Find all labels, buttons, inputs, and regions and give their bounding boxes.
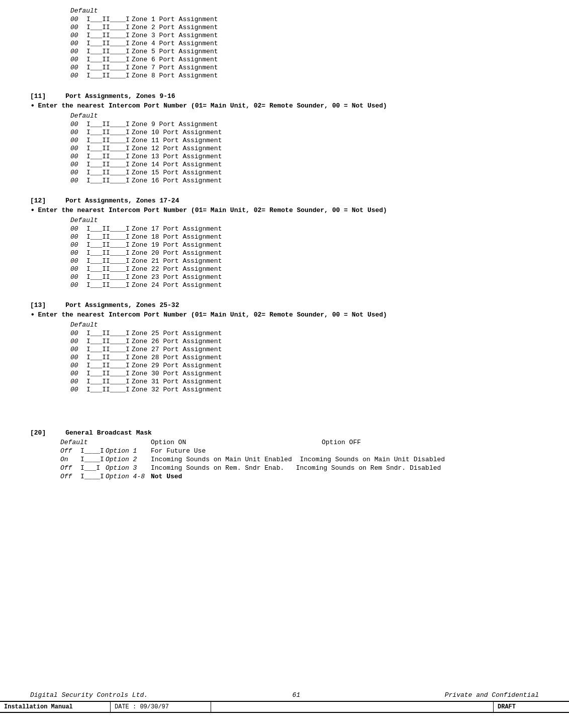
zone-field: I___II____I: [86, 265, 132, 273]
footer-bottom-bar: Installation Manual DATE : 09/30/97 DRAF…: [0, 701, 569, 713]
zone-row: 00 I___II____I Zone 32 Port Assignment: [70, 386, 539, 393]
section-13-bullet-text: Enter the nearest Intercom Port Number (…: [38, 311, 387, 319]
general-row-2: On I____I Option 2 Incoming Sounds on Ma…: [60, 456, 539, 463]
zone-field: I___II____I: [86, 177, 132, 184]
footer-company: Digital Security Controls Ltd.: [30, 691, 148, 699]
zone-row: 00 I___II____I Zone 19 Port Assignment: [70, 241, 539, 249]
zone-label: Zone 11 Port Assignment: [132, 137, 222, 144]
section-12-bullet-line: • Enter the nearest Intercom Port Number…: [30, 206, 539, 215]
zone-label: Zone 5 Port Assignment: [132, 48, 218, 55]
zone-label: Zone 22 Port Assignment: [132, 265, 222, 273]
zone-row: 00 I___II____I Zone 30 Port Assignment: [70, 370, 539, 377]
gen-option-2: Option 2: [106, 456, 151, 463]
gen-field-2: I____I: [80, 456, 106, 463]
zone-default: 00: [70, 137, 86, 144]
zone-field: I___II____I: [86, 24, 132, 31]
section-20-id: [20]: [30, 429, 61, 437]
zone-label: Zone 24 Port Assignment: [132, 281, 222, 289]
zone-label: Zone 7 Port Assignment: [132, 64, 218, 71]
zone-default: 00: [70, 32, 86, 39]
zone-default: 00: [70, 338, 86, 345]
zone-row: 00 I___II____I Zone 24 Port Assignment: [70, 281, 539, 289]
top-default-label: Default: [70, 7, 539, 15]
zone-field: I___II____I: [86, 145, 132, 152]
gen-option-4: Option 4-8: [106, 473, 151, 480]
general-row-1: Off I____I Option 1 For Future Use: [60, 447, 539, 455]
zone-default: 00: [70, 265, 86, 273]
zone-field: I___II____I: [86, 233, 132, 241]
footer-install-label: Installation Manual: [0, 702, 111, 712]
section-11-bullet-line: • Enter the nearest Intercom Port Number…: [30, 102, 539, 110]
zone-field: I___II____I: [86, 121, 132, 128]
zone-label: Zone 28 Port Assignment: [132, 354, 222, 361]
not-used-bold: Not Used: [151, 473, 182, 480]
footer-page-number: 61: [293, 691, 301, 699]
gen-desc-3: Incoming Sounds on Rem. Sndr Enab. Incom…: [151, 464, 539, 472]
gen-default-1: Off: [60, 447, 80, 455]
zone-default: 00: [70, 48, 86, 55]
zone-field: I___II____I: [86, 137, 132, 144]
gen-default-2: On: [60, 456, 80, 463]
general-header-row: Default Option ON Option OFF: [60, 439, 539, 446]
top-zone-rows: 00 I___II____I Zone 1 Port Assignment 00…: [30, 16, 539, 79]
zone-label: Zone 9 Port Assignment: [132, 121, 218, 128]
zone-row: 00 I___II____I Zone 21 Port Assignment: [70, 257, 539, 265]
zone-default: 00: [70, 273, 86, 281]
zone-field: I___II____I: [86, 338, 132, 345]
footer-date: DATE : 09/30/97: [111, 702, 211, 712]
zone-label: Zone 4 Port Assignment: [132, 40, 218, 47]
zone-default: 00: [70, 72, 86, 79]
zone-default: 00: [70, 64, 86, 71]
zone-field: I___II____I: [86, 273, 132, 281]
zone-row: 00 I___II____I Zone 2 Port Assignment: [70, 24, 539, 31]
zone-default: 00: [70, 257, 86, 265]
zone-row: 00 I___II____I Zone 17 Port Assignment: [70, 225, 539, 233]
general-option-off-label: Option OFF: [322, 439, 361, 446]
zone-row: 00 I___II____I Zone 29 Port Assignment: [70, 362, 539, 369]
general-row-4: Off I____I Option 4-8 Not Used: [60, 473, 539, 480]
zone-default: 00: [70, 362, 86, 369]
section-13-title: Port Assignments, Zones 25-32: [65, 301, 179, 309]
zone-default: 00: [70, 129, 86, 136]
bullet-icon: •: [30, 311, 35, 319]
zone-default: 00: [70, 354, 86, 361]
zone-row: 00 I___II____I Zone 8 Port Assignment: [70, 72, 539, 79]
section-20-title: General Broadcast Mask: [65, 429, 152, 437]
footer-top: Digital Security Controls Ltd. 61 Privat…: [0, 691, 569, 699]
gen-field-1: I____I: [80, 447, 106, 455]
zone-field: I___II____I: [86, 64, 132, 71]
zone-label: Zone 17 Port Assignment: [132, 225, 222, 233]
zone-default: 00: [70, 249, 86, 257]
section-13-id: [13]: [30, 301, 61, 309]
general-option-col-header: [106, 439, 151, 446]
zone-row: 00 I___II____I Zone 5 Port Assignment: [70, 48, 539, 55]
zone-label: Zone 27 Port Assignment: [132, 346, 222, 353]
section-20: [20] General Broadcast Mask Default Opti…: [30, 429, 539, 480]
section-11-default-label: Default: [70, 112, 539, 120]
zone-row: 00 I___II____I Zone 22 Port Assignment: [70, 265, 539, 273]
zone-default: 00: [70, 24, 86, 31]
zone-field: I___II____I: [86, 129, 132, 136]
footer-confidential: Private and Confidential: [445, 691, 539, 699]
zone-default: 00: [70, 386, 86, 393]
zone-field: I___II____I: [86, 48, 132, 55]
zone-default: 00: [70, 241, 86, 249]
gen-field-3: I___I: [80, 464, 106, 472]
zone-row: 00 I___II____I Zone 18 Port Assignment: [70, 233, 539, 241]
zone-default: 00: [70, 225, 86, 233]
zone-label: Zone 13 Port Assignment: [132, 153, 222, 160]
zone-default: 00: [70, 161, 86, 168]
zone-row: 00 I___II____I Zone 9 Port Assignment: [70, 121, 539, 128]
zone-default: 00: [70, 145, 86, 152]
section-12-title: Port Assignments, Zones 17-24: [65, 197, 179, 204]
section-11-zones: 00 I___II____I Zone 9 Port Assignment 00…: [30, 121, 539, 184]
section-11-bullet-text: Enter the nearest Intercom Port Number (…: [38, 102, 387, 110]
page-footer: Digital Security Controls Ltd. 61 Privat…: [0, 691, 569, 713]
zone-field: I___II____I: [86, 346, 132, 353]
footer-draft: DRAFT: [494, 702, 569, 712]
zone-default: 00: [70, 16, 86, 23]
section-12-header: [12] Port Assignments, Zones 17-24: [30, 197, 539, 204]
section-13-bullet-line: • Enter the nearest Intercom Port Number…: [30, 311, 539, 319]
zone-field: I___II____I: [86, 56, 132, 63]
section-12-zones: 00 I___II____I Zone 17 Port Assignment 0…: [30, 225, 539, 289]
